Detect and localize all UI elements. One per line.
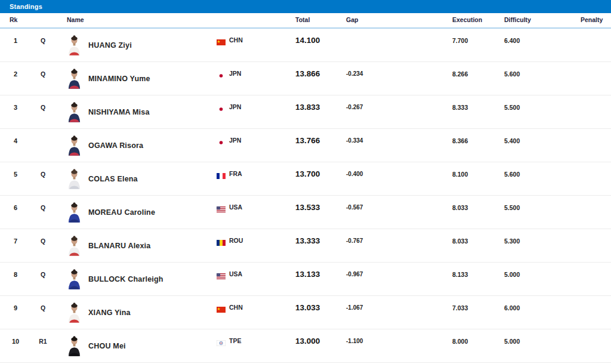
difficulty-score: 5.300 <box>504 229 581 262</box>
noc-code: ROU <box>229 237 243 244</box>
country-cell: CHN <box>212 29 291 61</box>
athlete-photo <box>67 302 82 323</box>
total-score: 13.866 <box>291 62 346 95</box>
qualifier-badge: R1 <box>31 329 55 362</box>
athlete-name: HUANG Ziyi <box>88 41 132 50</box>
rank-value: 10 <box>0 329 31 362</box>
execution-score: 7.033 <box>452 296 504 329</box>
gap-value: -0.334 <box>346 129 452 162</box>
chn-flag-icon <box>217 304 226 310</box>
execution-score: 8.366 <box>452 129 504 162</box>
column-header-name: Name <box>55 16 212 23</box>
jpn-flag-icon <box>217 104 226 110</box>
column-header-execution: Execution <box>452 16 504 23</box>
rank-value: 6 <box>0 196 31 229</box>
penalty-value <box>581 229 611 262</box>
penalty-value <box>581 129 611 162</box>
total-score: 13.133 <box>291 263 346 295</box>
standings-header-bar: Standings <box>0 0 611 13</box>
penalty-value <box>581 95 611 128</box>
execution-score: 8.100 <box>452 162 504 195</box>
tpe-flag-icon <box>217 338 226 344</box>
qualifier-badge: Q <box>31 95 55 128</box>
athlete-name: MINAMINO Yume <box>88 75 150 83</box>
total-score: 13.033 <box>291 296 346 329</box>
athlete-cell: MOREAU Caroline <box>55 196 212 229</box>
athlete-cell: CHOU Mei <box>55 329 212 362</box>
table-row: 6 Q MOREAU Caroline USA 13.533 -0.567 8.… <box>0 196 611 229</box>
noc-code: FRA <box>229 170 242 177</box>
execution-score: 8.133 <box>452 263 504 295</box>
total-score: 13.000 <box>291 329 346 362</box>
jpn-flag-icon <box>217 137 226 143</box>
difficulty-score: 5.500 <box>504 95 581 128</box>
qualifier-badge: Q <box>31 162 55 195</box>
penalty-value <box>581 62 611 95</box>
table-row: 7 Q BLANARU Alexia ROU 13.333 -0.767 8.0… <box>0 229 611 263</box>
country-cell: FRA <box>212 162 291 195</box>
total-score: 13.766 <box>291 129 346 162</box>
gap-value: -0.567 <box>346 196 452 229</box>
athlete-cell: XIANG Yina <box>55 296 212 329</box>
execution-score: 8.333 <box>452 95 504 128</box>
noc-code: JPN <box>229 70 241 77</box>
athlete-photo <box>67 168 82 189</box>
table-row: 3 Q NISHIYAMA Misa JPN 13.833 -0.267 8.3… <box>0 95 611 129</box>
table-row: 5 Q COLAS Elena FRA 13.700 -0.400 8.100 … <box>0 162 611 196</box>
difficulty-score: 5.600 <box>504 62 581 95</box>
difficulty-score: 5.500 <box>504 196 581 229</box>
athlete-name: NISHIYAMA Misa <box>88 108 150 116</box>
athlete-name: OGAWA Risora <box>88 141 143 150</box>
qualifier-badge: Q <box>31 296 55 329</box>
country-cell: ROU <box>212 229 291 262</box>
country-cell: JPN <box>212 129 291 162</box>
noc-code: TPE <box>229 337 241 344</box>
athlete-cell: HUANG Ziyi <box>55 29 212 61</box>
noc-code: JPN <box>229 103 241 110</box>
penalty-value <box>581 196 611 229</box>
qualifier-badge: Q <box>31 229 55 262</box>
athlete-photo <box>67 35 82 55</box>
athlete-name: BLANARU Alexia <box>88 242 150 250</box>
gap-value: -1.100 <box>346 329 452 362</box>
gap-value: -0.267 <box>346 95 452 128</box>
athlete-photo <box>67 235 82 256</box>
gap-value: -0.234 <box>346 62 452 95</box>
qualifier-badge: Q <box>31 29 55 61</box>
qualifier-badge: Q <box>31 62 55 95</box>
difficulty-score: 5.000 <box>504 329 581 362</box>
country-cell: TPE <box>212 329 291 362</box>
fra-flag-icon <box>217 171 226 177</box>
noc-code: USA <box>229 203 242 211</box>
column-header-total: Total <box>291 16 346 23</box>
difficulty-score: 6.400 <box>504 29 581 61</box>
athlete-cell: BLANARU Alexia <box>55 229 212 262</box>
table-row: 10 R1 CHOU Mei TPE 13.000 -1.100 8.000 5… <box>0 329 611 363</box>
table-row: 4 OGAWA Risora JPN 13.766 -0.334 8.366 5… <box>0 129 611 162</box>
gap-value: -0.767 <box>346 229 452 262</box>
total-score: 13.333 <box>291 229 346 262</box>
athlete-cell: NISHIYAMA Misa <box>55 95 212 128</box>
athlete-photo <box>67 135 82 156</box>
rank-value: 5 <box>0 162 31 195</box>
gap-value <box>346 29 452 61</box>
country-cell: USA <box>212 196 291 229</box>
standings-rows: 1 Q HUANG Ziyi CHN 14.100 7.700 6.400 2 … <box>0 29 611 363</box>
total-score: 14.100 <box>291 29 346 61</box>
noc-code: JPN <box>229 137 241 144</box>
difficulty-score: 5.000 <box>504 263 581 295</box>
difficulty-score: 5.400 <box>504 129 581 162</box>
rank-value: 2 <box>0 62 31 95</box>
penalty-value <box>581 263 611 295</box>
rank-value: 9 <box>0 296 31 329</box>
difficulty-score: 5.600 <box>504 162 581 195</box>
athlete-photo <box>67 335 82 356</box>
execution-score: 8.033 <box>452 196 504 229</box>
gap-value: -0.400 <box>346 162 452 195</box>
penalty-value <box>581 29 611 61</box>
total-score: 13.533 <box>291 196 346 229</box>
rank-value: 3 <box>0 95 31 128</box>
table-header-row: Rk Name Total Gap Execution Difficulty P… <box>0 13 611 29</box>
athlete-name: CHOU Mei <box>88 342 126 350</box>
athlete-cell: BULLOCK Charleigh <box>55 263 212 295</box>
